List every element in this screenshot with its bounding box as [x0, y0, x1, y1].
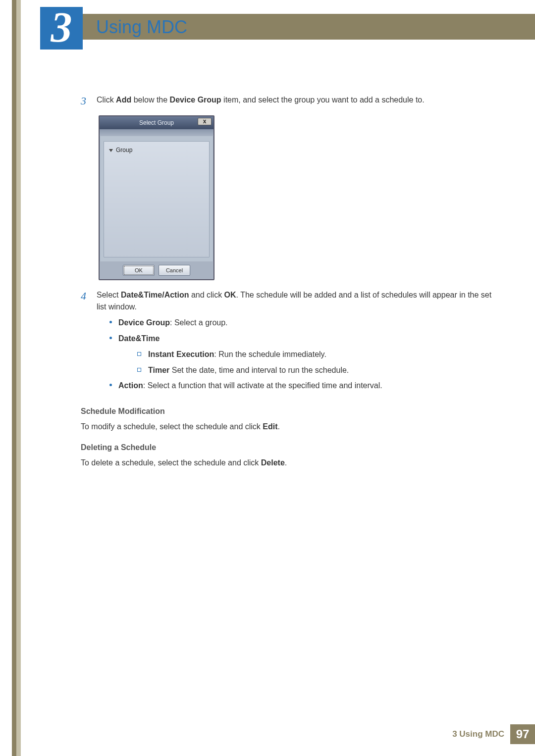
chapter-title: Using MDC	[96, 17, 187, 38]
text-bold: Device Group	[118, 318, 170, 327]
text-bold: Add	[116, 96, 131, 104]
text-bold: Timer	[148, 366, 169, 374]
schedule-modification-text: To modify a schedule, select the schedul…	[81, 421, 493, 433]
text: To modify a schedule, select the schedul…	[81, 422, 263, 431]
bullet-action: Action: Select a function that will acti…	[109, 380, 493, 392]
text: : Select a function that will activate a…	[143, 381, 382, 390]
expand-collapse-icon	[109, 149, 113, 152]
select-group-dialog: Select Group x Group OK Cancel	[99, 115, 214, 280]
text: below the	[131, 96, 169, 104]
chapter-number-box: 3	[40, 7, 83, 50]
dialog-toolbar-strip	[100, 129, 214, 136]
text: .	[278, 422, 280, 431]
step-4: 4 Select Date&Time/Action and click OK. …	[81, 289, 493, 398]
page-footer: 3 Using MDC 97	[40, 724, 535, 744]
button-label: Cancel	[166, 267, 183, 273]
side-stripe	[12, 0, 21, 756]
schedule-modification-heading: Schedule Modification	[81, 407, 493, 416]
text: : Run the schedule immediately.	[214, 350, 326, 358]
bullet-timer: Timer Set the date, time and interval to…	[137, 364, 493, 377]
footer-chapter-label: 3 Using MDC	[452, 729, 504, 739]
text-bold: Date&Time/Action	[121, 291, 189, 299]
button-label: OK	[135, 267, 143, 273]
bullet-device-group: Device Group: Select a group.	[109, 317, 493, 329]
text: .	[285, 458, 287, 467]
text-bold: Date&Time	[118, 334, 160, 343]
step-4-bullets: Device Group: Select a group. Date&Time …	[97, 317, 493, 392]
text-bold: Action	[118, 381, 143, 390]
text: Set the date, time and interval to run t…	[169, 366, 349, 374]
text: Select	[97, 291, 121, 299]
dialog-body: Group	[104, 141, 210, 257]
dialog-title: Select Group	[139, 119, 174, 126]
cancel-button[interactable]: Cancel	[159, 265, 190, 276]
deleting-schedule-text: To delete a schedule, select the schedul…	[81, 457, 493, 469]
ok-button[interactable]: OK	[123, 265, 155, 276]
tree-root-item[interactable]: Group	[109, 147, 204, 153]
text: : Select a group.	[170, 318, 228, 327]
tree-root-label: Group	[116, 147, 132, 153]
datetime-subbullets: Instant Execution: Run the schedule imme…	[118, 349, 493, 377]
dialog-button-bar: OK Cancel	[100, 261, 214, 279]
select-group-dialog-figure: Select Group x Group OK Cancel	[99, 115, 493, 280]
step-number: 3	[81, 94, 97, 108]
text-bold: Delete	[261, 458, 285, 467]
close-icon: x	[203, 118, 207, 125]
step-3: 3 Click Add below the Device Group item,…	[81, 94, 493, 108]
text: To delete a schedule, select the schedul…	[81, 458, 261, 467]
text-bold: Device Group	[170, 96, 221, 104]
text: Click	[97, 96, 116, 104]
close-button[interactable]: x	[198, 118, 212, 125]
step-4-text: Select Date&Time/Action and click OK. Th…	[97, 289, 493, 398]
bullet-instant-execution: Instant Execution: Run the schedule imme…	[137, 349, 493, 361]
bullet-datetime: Date&Time Instant Execution: Run the sch…	[109, 333, 493, 376]
footer-page-number: 97	[510, 724, 535, 744]
text: item, and select the group you want to a…	[221, 96, 425, 104]
text: and click	[189, 291, 224, 299]
step-number: 4	[81, 289, 97, 398]
deleting-schedule-heading: Deleting a Schedule	[81, 443, 493, 452]
text-bold: Edit	[263, 422, 277, 431]
chapter-number: 3	[51, 6, 72, 49]
dialog-titlebar: Select Group x	[100, 116, 214, 129]
text-bold: OK	[224, 291, 236, 299]
step-3-text: Click Add below the Device Group item, a…	[97, 94, 493, 108]
text-bold: Instant Execution	[148, 350, 214, 358]
